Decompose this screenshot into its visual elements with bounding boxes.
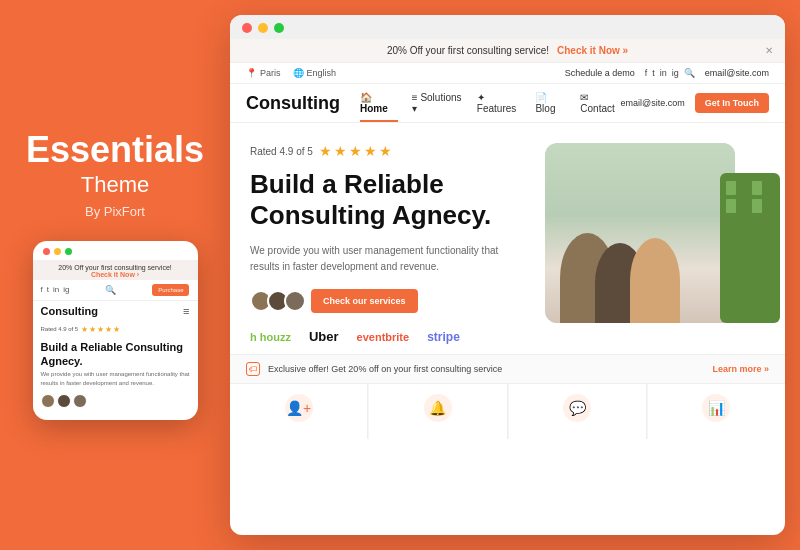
instagram-icon[interactable]: ig <box>672 68 679 78</box>
service-card-2[interactable]: 🔔 <box>369 384 507 439</box>
person-silhouette-3 <box>630 238 680 323</box>
hero-brands: h houzz Uber eventbrite stripe <box>250 329 525 344</box>
nav-link-features[interactable]: ✦ Features <box>477 92 522 114</box>
hero-description: We provide you with user management func… <box>250 243 510 275</box>
main-nav: Consulting 🏠 Home ≡ Solutions ▾ ✦ Featur… <box>230 84 785 123</box>
email-text: email@site.com <box>705 68 769 78</box>
mobile-banner-link[interactable]: Check it Now › <box>91 271 139 278</box>
browser-dot-yellow[interactable] <box>258 23 268 33</box>
mobile-dot-yellow <box>54 248 61 255</box>
get-in-touch-button[interactable]: Get In Touch <box>695 93 769 113</box>
hero-left: Rated 4.9 of 5 ★★★★★ Build a Reliable Co… <box>250 143 525 344</box>
nav-links: 🏠 Home ≡ Solutions ▾ ✦ Features 📄 Blog ✉… <box>360 92 621 114</box>
building-windows <box>720 173 780 221</box>
browser-content: 20% Off your first consulting service! C… <box>230 39 785 535</box>
nav-item-home[interactable]: 🏠 Home <box>360 92 398 114</box>
language-selector[interactable]: 🌐 English <box>293 68 337 78</box>
hero-cta-row: Check our services <box>250 289 525 313</box>
nav-link-blog[interactable]: 📄 Blog <box>535 92 566 114</box>
mobile-search-icon[interactable]: 🔍 <box>105 285 116 295</box>
mobile-rating-text: Rated 4.9 of 5 <box>41 326 79 332</box>
green-building <box>720 173 780 323</box>
nav-link-solutions[interactable]: ≡ Solutions ▾ <box>412 92 463 114</box>
utility-right: Schedule a demo f t in ig 🔍 email@site.c… <box>565 68 769 78</box>
mobile-avatar-3 <box>73 394 87 408</box>
mobile-hero-desc: We provide you with user management func… <box>33 370 198 392</box>
mobile-stars: ★★★★★ <box>81 325 121 334</box>
mobile-nav-row: Consulting ≡ <box>33 301 198 321</box>
window-4 <box>752 199 762 213</box>
hero-people-bg <box>545 143 735 323</box>
announcement-bar: 20% Off your first consulting service! C… <box>230 39 785 63</box>
window-2 <box>752 181 762 195</box>
browser-dot-green[interactable] <box>274 23 284 33</box>
hero-title-line2: Consulting Agnecy. <box>250 200 491 230</box>
mobile-avatar-2 <box>57 394 71 408</box>
nav-link-home: 🏠 Home <box>360 92 398 114</box>
location-indicator: 📍 Paris <box>246 68 281 78</box>
service-card-1[interactable]: 👤+ <box>230 384 368 439</box>
theme-subtitle: Theme <box>81 172 149 198</box>
service-cards: 👤+ 🔔 💬 📊 <box>230 383 785 439</box>
mobile-banner-text: 20% Off your first consulting service! <box>58 264 171 271</box>
mobile-logo: Consulting <box>41 305 98 317</box>
browser-chrome <box>230 15 785 39</box>
service-card-4[interactable]: 📊 <box>648 384 785 439</box>
hero-title: Build a Reliable Consulting Agnecy. <box>250 169 525 231</box>
mobile-mockup: 20% Off your first consulting service! C… <box>33 241 198 421</box>
schedule-demo-link[interactable]: Schedule a demo <box>565 68 635 78</box>
hero-section: Rated 4.9 of 5 ★★★★★ Build a Reliable Co… <box>230 123 785 354</box>
hero-title-line1: Build a Reliable <box>250 169 444 199</box>
brand-houzz: h houzz <box>250 331 291 343</box>
check-services-button[interactable]: Check our services <box>311 289 418 313</box>
mobile-banner: 20% Off your first consulting service! C… <box>33 260 198 280</box>
left-panel: Essentials Theme By PixFort 20% Off your… <box>0 0 230 550</box>
globe-icon: 🌐 <box>293 68 304 78</box>
twitter-icon[interactable]: t <box>652 68 655 78</box>
search-icon[interactable]: 🔍 <box>684 68 695 78</box>
nav-logo: Consulting <box>246 93 340 114</box>
brand-stripe: stripe <box>427 330 460 344</box>
linkedin-icon: in <box>53 285 59 294</box>
hero-rating: Rated 4.9 of 5 ★★★★★ <box>250 143 525 159</box>
browser-mockup: 20% Off your first consulting service! C… <box>230 15 785 535</box>
hero-stars: ★★★★★ <box>319 143 394 159</box>
hero-image-area <box>545 143 765 344</box>
learn-more-link[interactable]: Learn more » <box>712 364 769 374</box>
mobile-social-icons: f t in ig <box>41 285 70 294</box>
facebook-icon[interactable]: f <box>645 68 648 78</box>
service-card-3[interactable]: 💬 <box>509 384 647 439</box>
hero-image <box>545 143 735 323</box>
close-icon[interactable]: ✕ <box>765 45 773 56</box>
location-text: Paris <box>260 68 281 78</box>
theme-by: By PixFort <box>85 204 145 219</box>
bottom-offer-bar: 🏷 Exclusive offer! Get 20% off on your f… <box>230 354 785 383</box>
facebook-icon: f <box>41 285 43 294</box>
nav-link-contact[interactable]: ✉ Contact <box>580 92 620 114</box>
mobile-hero-title: Build a Reliable Consulting Agnecy. <box>33 336 198 371</box>
avatar-3 <box>284 290 306 312</box>
browser-dot-red[interactable] <box>242 23 252 33</box>
twitter-icon: t <box>47 285 49 294</box>
linkedin-icon[interactable]: in <box>660 68 667 78</box>
offer-icon: 🏷 <box>246 362 260 376</box>
announce-text: 20% Off your first consulting service! <box>387 45 549 56</box>
offer-text: Exclusive offer! Get 20% off on your fir… <box>268 364 704 374</box>
mobile-dot-green <box>65 248 72 255</box>
mobile-purchase-button[interactable]: Purchase <box>152 284 189 296</box>
announce-link[interactable]: Check it Now » <box>557 45 628 56</box>
mobile-dot-red <box>43 248 50 255</box>
nav-email: email@site.com <box>621 98 685 108</box>
mobile-rating-row: Rated 4.9 of 5 ★★★★★ <box>33 321 198 336</box>
language-text: English <box>307 68 337 78</box>
service-icon-1: 👤+ <box>285 394 313 422</box>
utility-left: 📍 Paris 🌐 English <box>246 68 336 78</box>
brand-uber: Uber <box>309 329 339 344</box>
nav-right: email@site.com Get In Touch <box>621 93 770 113</box>
window-3 <box>726 199 736 213</box>
mobile-hamburger-icon[interactable]: ≡ <box>183 305 189 317</box>
window-1 <box>726 181 736 195</box>
mobile-avatar-1 <box>41 394 55 408</box>
service-icon-3: 💬 <box>563 394 591 422</box>
hero-avatars <box>250 290 301 312</box>
